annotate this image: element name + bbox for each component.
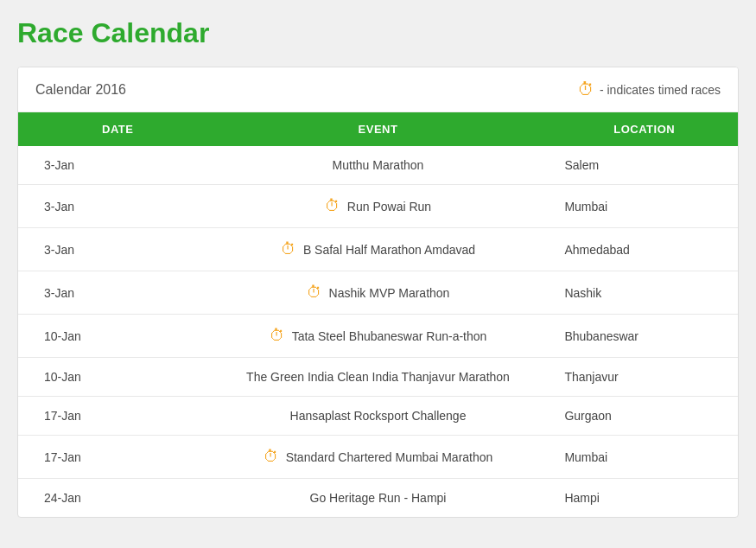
event-name: Nashik MVP Marathon bbox=[329, 286, 450, 300]
table-row: 24-JanGo Heritage Run - HampiHampi bbox=[18, 479, 738, 518]
cell-location: Salem bbox=[550, 146, 738, 185]
timed-icon: ⏱ bbox=[264, 448, 279, 466]
col-header-location: LOCATION bbox=[550, 112, 738, 146]
cell-event: ⏱Nashik MVP Marathon bbox=[206, 271, 551, 315]
legend-text: - indicates timed races bbox=[600, 83, 721, 97]
event-name: Go Heritage Run - Hampi bbox=[310, 491, 447, 505]
table-row: 17-Jan⏱Standard Chartered Mumbai Maratho… bbox=[18, 436, 738, 479]
cell-location: Mumbai bbox=[550, 185, 738, 228]
timed-icon: ⏱ bbox=[325, 197, 340, 215]
timed-icon: ⏱ bbox=[270, 327, 285, 345]
table-row: 10-JanThe Green India Clean India Thanja… bbox=[18, 358, 738, 397]
cell-event: ⏱Tata Steel Bhubaneswar Run-a-thon bbox=[206, 315, 551, 358]
cell-date: 3-Jan bbox=[18, 185, 206, 228]
event-name: Standard Chartered Mumbai Marathon bbox=[286, 450, 493, 464]
event-name: Hansaplast Rocksport Challenge bbox=[290, 409, 467, 423]
cell-event: Go Heritage Run - Hampi bbox=[206, 479, 551, 518]
col-header-event: EVENT bbox=[206, 112, 551, 146]
cell-event: ⏱B Safal Half Marathon Amdavad bbox=[206, 228, 551, 271]
calendar-container: Calendar 2016 ⏱ - indicates timed races … bbox=[17, 67, 739, 518]
event-name: B Safal Half Marathon Amdavad bbox=[303, 243, 475, 257]
page-title: Race Calendar bbox=[17, 17, 739, 49]
calendar-header: Calendar 2016 ⏱ - indicates timed races bbox=[18, 67, 738, 112]
event-name: Mutthu Marathon bbox=[333, 158, 424, 172]
cell-location: Hampi bbox=[550, 479, 738, 518]
timed-icon: ⏱ bbox=[307, 284, 322, 302]
cell-event: The Green India Clean India Thanjavur Ma… bbox=[206, 358, 551, 397]
event-name: Tata Steel Bhubaneswar Run-a-thon bbox=[292, 329, 487, 343]
cell-event: ⏱Standard Chartered Mumbai Marathon bbox=[206, 436, 551, 479]
cell-location: Mumbai bbox=[550, 436, 738, 479]
cell-location: Thanjavur bbox=[550, 358, 738, 397]
event-name: Run Powai Run bbox=[347, 200, 431, 213]
timer-legend-icon: ⏱ bbox=[577, 80, 594, 99]
table-row: 17-JanHansaplast Rocksport ChallengeGurg… bbox=[18, 397, 738, 436]
cell-location: Bhubaneswar bbox=[550, 315, 738, 358]
cell-date: 17-Jan bbox=[18, 436, 206, 479]
timed-icon: ⏱ bbox=[281, 240, 296, 258]
table-header-row: DATE EVENT LOCATION bbox=[18, 112, 738, 146]
cell-date: 3-Jan bbox=[18, 146, 206, 185]
cell-date: 3-Jan bbox=[18, 271, 206, 315]
cell-event: Mutthu Marathon bbox=[206, 146, 551, 185]
race-table: DATE EVENT LOCATION 3-JanMutthu Marathon… bbox=[18, 112, 738, 517]
cell-date: 17-Jan bbox=[18, 397, 206, 436]
calendar-year: Calendar 2016 bbox=[35, 82, 126, 98]
cell-location: Gurgaon bbox=[550, 397, 738, 436]
cell-event: Hansaplast Rocksport Challenge bbox=[206, 397, 551, 436]
cell-date: 10-Jan bbox=[18, 315, 206, 358]
timed-legend: ⏱ - indicates timed races bbox=[577, 80, 721, 99]
table-row: 3-JanMutthu MarathonSalem bbox=[18, 146, 738, 185]
table-row: 3-Jan⏱B Safal Half Marathon AmdavadAhmed… bbox=[18, 228, 738, 271]
cell-date: 3-Jan bbox=[18, 228, 206, 271]
cell-date: 24-Jan bbox=[18, 479, 206, 518]
table-row: 10-Jan⏱Tata Steel Bhubaneswar Run-a-thon… bbox=[18, 315, 738, 358]
col-header-date: DATE bbox=[18, 112, 206, 146]
table-row: 3-Jan⏱Run Powai RunMumbai bbox=[18, 185, 738, 228]
cell-location: Ahmedabad bbox=[550, 228, 738, 271]
event-name: The Green India Clean India Thanjavur Ma… bbox=[246, 370, 510, 384]
cell-location: Nashik bbox=[550, 271, 738, 315]
table-row: 3-Jan⏱Nashik MVP MarathonNashik bbox=[18, 271, 738, 315]
cell-date: 10-Jan bbox=[18, 358, 206, 397]
cell-event: ⏱Run Powai Run bbox=[206, 185, 551, 228]
